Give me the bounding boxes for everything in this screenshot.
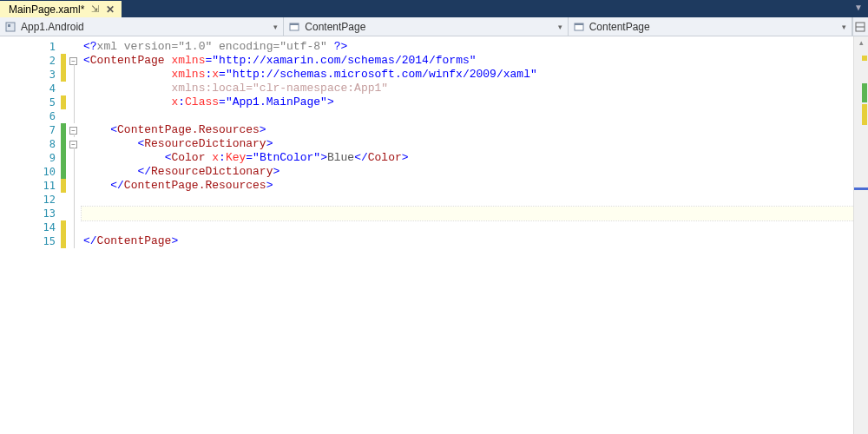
code-line[interactable]: <?xml version="1.0" encoding="utf-8" ?> [82, 40, 868, 54]
line-number: 12 [0, 193, 61, 207]
fold-cell [66, 95, 81, 109]
fold-cell [66, 234, 81, 248]
fold-cell [66, 207, 81, 220]
line-number: 13 [0, 207, 61, 220]
fold-cell [66, 220, 81, 234]
pin-icon[interactable]: ⇲ [91, 4, 99, 14]
line-number: 2 [0, 54, 61, 68]
line-number: 7 [0, 123, 61, 137]
line-number: 5 [0, 95, 61, 109]
close-icon[interactable]: ✕ [106, 3, 115, 16]
fold-cell [66, 151, 81, 165]
fold-cell [66, 109, 81, 123]
code-line[interactable]: <ResourceDictionary> [82, 137, 868, 151]
overview-marker [862, 56, 867, 61]
line-number: 4 [0, 82, 61, 95]
overview-marker [862, 104, 867, 125]
class-icon [289, 22, 299, 32]
fold-cell [66, 193, 81, 207]
project-icon [5, 22, 16, 32]
line-number: 1 [0, 40, 61, 54]
line-number-gutter: 123456789101112131415 [0, 36, 61, 434]
fold-column: −−− [66, 36, 82, 434]
file-tab-label: MainPage.xaml* [9, 3, 84, 16]
fold-cell[interactable]: − [66, 54, 81, 68]
code-line[interactable] [82, 193, 868, 207]
fold-cell [66, 82, 81, 95]
scroll-up-arrow[interactable]: ▴ [854, 36, 868, 49]
line-number: 14 [0, 220, 61, 234]
chevron-down-icon: ▾ [842, 23, 846, 31]
line-number: 15 [0, 234, 61, 248]
chevron-down-icon: ▾ [558, 23, 562, 31]
code-line[interactable]: <Color x:Key="BtnColor">Blue</Color> [82, 151, 868, 165]
code-line[interactable]: </ResourceDictionary> [82, 165, 868, 179]
line-number: 10 [0, 165, 61, 179]
member-dropdown-label: ContentPage [589, 21, 650, 33]
split-editor-button[interactable] [852, 17, 868, 36]
title-bar: MainPage.xaml* ⇲ ✕ ▼ [0, 0, 868, 17]
code-line[interactable] [82, 207, 868, 220]
fold-cell [66, 68, 81, 82]
member-dropdown[interactable]: ContentPage ▾ [569, 17, 852, 36]
code-line[interactable]: <ContentPage.Resources> [82, 123, 868, 137]
line-number: 11 [0, 179, 61, 193]
fold-cell[interactable]: − [66, 123, 81, 137]
document-tab-row: MainPage.xaml* ⇲ ✕ [0, 0, 868, 17]
tab-overflow-icon[interactable]: ▼ [854, 3, 863, 12]
svg-rect-3 [290, 23, 299, 25]
navigation-bar: App1.Android ▾ ContentPage ▾ ContentPage… [0, 17, 868, 36]
svg-rect-1 [8, 24, 10, 27]
fold-cell [66, 165, 81, 179]
member-icon [574, 22, 584, 32]
file-tab-active[interactable]: MainPage.xaml* ⇲ ✕ [0, 1, 122, 17]
code-area[interactable]: <?xml version="1.0" encoding="utf-8" ?><… [82, 36, 868, 434]
fold-cell[interactable]: − [66, 137, 81, 151]
code-line[interactable]: x:Class="App1.MainPage"> [82, 95, 868, 109]
chevron-down-icon: ▾ [273, 23, 278, 31]
class-dropdown[interactable]: ContentPage ▾ [284, 17, 568, 36]
vertical-scrollbar[interactable]: ▴ [853, 36, 868, 434]
fold-cell [66, 40, 81, 54]
overview-marker [862, 83, 867, 102]
code-line[interactable] [82, 109, 868, 123]
project-dropdown-label: App1.Android [21, 21, 84, 33]
code-line[interactable]: </ContentPage> [82, 234, 868, 248]
code-line[interactable]: xmlns:x="http://schemas.microsoft.com/wi… [82, 68, 868, 82]
line-number: 8 [0, 137, 61, 151]
class-dropdown-label: ContentPage [305, 21, 365, 33]
line-number: 6 [0, 109, 61, 123]
code-line[interactable]: </ContentPage.Resources> [82, 179, 868, 193]
overview-caret-marker [854, 187, 868, 190]
code-line[interactable]: <ContentPage xmlns="http://xamarin.com/s… [82, 54, 868, 68]
fold-cell [66, 179, 81, 193]
code-line[interactable]: xmlns:local="clr-namespace:App1" [82, 82, 868, 95]
code-line[interactable] [82, 220, 868, 234]
project-dropdown[interactable]: App1.Android ▾ [0, 17, 284, 36]
line-number: 3 [0, 68, 61, 82]
code-editor[interactable]: 123456789101112131415 −−− <?xml version=… [0, 36, 868, 434]
svg-rect-5 [575, 23, 583, 25]
line-number: 9 [0, 151, 61, 165]
